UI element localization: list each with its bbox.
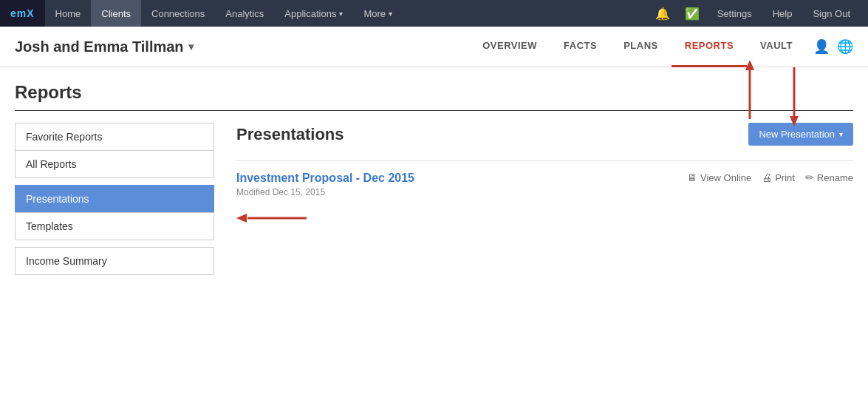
monitor-icon: 🖥 bbox=[687, 172, 697, 183]
right-content: Presentations New Presentation ▾ Investm… bbox=[214, 123, 853, 282]
client-action-icons: 👤 🌐 bbox=[813, 38, 853, 55]
client-dropdown-arrow: ▾ bbox=[188, 41, 194, 52]
print-link[interactable]: 🖨 Print bbox=[762, 172, 795, 183]
annotation-arrow-left bbox=[236, 211, 310, 226]
globe-icon[interactable]: 🌐 bbox=[837, 38, 853, 55]
new-presentation-caret: ▾ bbox=[839, 130, 843, 138]
top-nav-right: 🔔 ✅ Settings Help Sign Out bbox=[648, 0, 868, 27]
sidebar-item-income-summary[interactable]: Income Summary bbox=[15, 247, 214, 275]
nav-settings[interactable]: Settings bbox=[707, 0, 762, 27]
nav-applications[interactable]: Applications ▾ bbox=[274, 0, 353, 27]
nav-analytics[interactable]: Analytics bbox=[215, 0, 274, 27]
sidebar-group-reports: Favorite Reports All Reports bbox=[15, 123, 214, 178]
more-dropdown-arrow: ▾ bbox=[389, 10, 392, 18]
nav-items: Home Clients Connections Analytics Appli… bbox=[45, 0, 648, 27]
client-name[interactable]: Josh and Emma Tillman ▾ bbox=[15, 38, 194, 55]
left-arrow-annotation bbox=[236, 211, 853, 228]
tab-overview[interactable]: OVERVIEW bbox=[469, 27, 550, 67]
sidebar: Favorite Reports All Reports Presentatio… bbox=[15, 123, 214, 282]
brand-text: emX bbox=[10, 7, 35, 19]
presentation-item-header: Investment Proposal - Dec 2015 Modified … bbox=[236, 172, 853, 197]
checkmark-icon[interactable]: ✅ bbox=[677, 0, 707, 27]
tab-vault[interactable]: VAULT bbox=[747, 27, 806, 67]
nav-home[interactable]: Home bbox=[45, 0, 92, 27]
tab-facts[interactable]: FACTS bbox=[550, 27, 610, 67]
sidebar-item-favorite-reports[interactable]: Favorite Reports bbox=[15, 123, 214, 151]
presentation-actions: 🖥 View Online 🖨 Print ✏ Rename bbox=[687, 172, 853, 183]
svg-marker-5 bbox=[236, 214, 247, 223]
tab-reports[interactable]: REPORTS bbox=[671, 27, 747, 67]
notifications-icon[interactable]: 🔔 bbox=[648, 0, 677, 27]
sidebar-item-presentations[interactable]: Presentations bbox=[15, 185, 214, 213]
page-title: Reports bbox=[15, 82, 853, 111]
new-presentation-button[interactable]: New Presentation ▾ bbox=[748, 123, 853, 146]
sidebar-item-all-reports[interactable]: All Reports bbox=[15, 150, 214, 178]
top-navigation: emX Home Clients Connections Analytics A… bbox=[0, 0, 868, 27]
tab-plans[interactable]: PLANS bbox=[610, 27, 671, 67]
nav-connections[interactable]: Connections bbox=[141, 0, 215, 27]
nav-help[interactable]: Help bbox=[762, 0, 803, 27]
nav-clients[interactable]: Clients bbox=[91, 0, 141, 27]
presentation-item: Investment Proposal - Dec 2015 Modified … bbox=[236, 160, 853, 238]
view-online-link[interactable]: 🖥 View Online bbox=[687, 172, 751, 183]
edit-icon: ✏ bbox=[805, 172, 814, 183]
presentations-title: Presentations bbox=[236, 125, 344, 144]
right-header: Presentations New Presentation ▾ bbox=[236, 123, 853, 146]
client-tabs: OVERVIEW FACTS PLANS REPORTS VAULT 👤 🌐 bbox=[469, 27, 853, 67]
sidebar-group-presentations: Presentations Templates bbox=[15, 185, 214, 240]
brand-logo[interactable]: emX bbox=[0, 0, 45, 27]
content-area: Favorite Reports All Reports Presentatio… bbox=[15, 123, 853, 282]
applications-dropdown-arrow: ▾ bbox=[339, 10, 343, 18]
rename-link[interactable]: ✏ Rename bbox=[805, 172, 853, 183]
client-header: Josh and Emma Tillman ▾ OVERVIEW FACTS P… bbox=[0, 27, 868, 67]
presentation-info: Investment Proposal - Dec 2015 Modified … bbox=[236, 172, 414, 197]
print-icon: 🖨 bbox=[762, 172, 772, 183]
nav-more[interactable]: More ▾ bbox=[353, 0, 403, 27]
user-icon[interactable]: 👤 bbox=[813, 38, 830, 55]
main-content: Reports Favorite Reports All Reports Pre… bbox=[0, 67, 868, 296]
sidebar-group-income: Income Summary bbox=[15, 247, 214, 275]
sidebar-item-templates[interactable]: Templates bbox=[15, 212, 214, 240]
nav-sign-out[interactable]: Sign Out bbox=[802, 0, 861, 27]
presentation-modified-date: Modified Dec 15, 2015 bbox=[236, 187, 414, 197]
presentation-title-link[interactable]: Investment Proposal - Dec 2015 bbox=[236, 172, 414, 185]
